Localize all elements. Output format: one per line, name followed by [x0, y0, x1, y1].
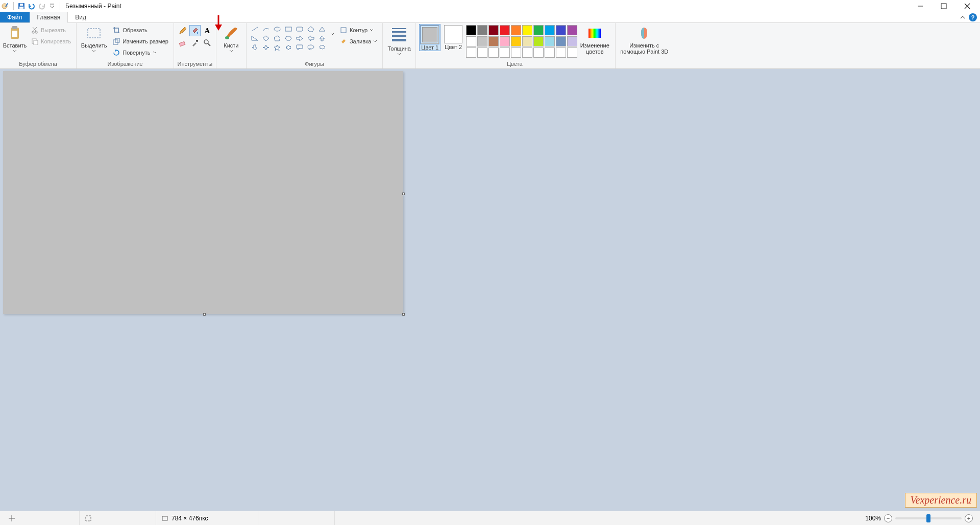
palette-cell[interactable] [522, 47, 532, 58]
palette-cell[interactable] [567, 36, 577, 46]
palette-cell[interactable] [477, 36, 487, 46]
shape-line[interactable] [250, 25, 260, 33]
resize-handle-se[interactable] [402, 313, 405, 316]
shape-arrow-up[interactable] [317, 34, 327, 42]
tab-view[interactable]: Вид [68, 12, 93, 22]
shapes-more[interactable] [329, 24, 335, 44]
ribbon-collapse-icon[interactable] [960, 14, 966, 20]
workspace[interactable] [0, 69, 980, 511]
palette-cell[interactable] [466, 47, 476, 58]
palette-cell[interactable] [500, 25, 510, 35]
palette-cell[interactable] [466, 36, 476, 46]
palette-cell[interactable] [545, 36, 555, 46]
shape-arrow-left[interactable] [306, 34, 316, 42]
pencil-tool[interactable] [177, 25, 188, 36]
watermark: Vexperience.ru [905, 493, 977, 508]
shape-curve[interactable] [261, 25, 271, 33]
fill-icon [339, 37, 348, 45]
zoom-out-button[interactable]: − [884, 514, 892, 522]
edit-colors-button[interactable]: Изменение цветов [579, 24, 610, 55]
select-button[interactable]: Выделить [80, 24, 108, 53]
color1-button[interactable]: Цвет 1 [419, 24, 440, 51]
palette-cell[interactable] [545, 47, 555, 58]
palette-cell[interactable] [567, 47, 577, 58]
shapes-gallery[interactable] [250, 24, 327, 52]
shape-triangle[interactable] [317, 25, 327, 33]
undo-icon[interactable] [27, 2, 36, 11]
palette-cell[interactable] [556, 36, 566, 46]
palette-cell[interactable] [488, 25, 499, 35]
palette-cell[interactable] [488, 36, 499, 46]
shape-callout-cloud[interactable] [317, 43, 327, 52]
palette-cell[interactable] [466, 25, 476, 35]
palette-cell[interactable] [567, 25, 577, 35]
brushes-button[interactable]: Кисти [219, 24, 243, 53]
shape-callout-rect[interactable] [295, 43, 305, 52]
copy-button[interactable]: Копировать [29, 36, 73, 46]
magnifier-tool[interactable] [202, 37, 213, 49]
palette-cell[interactable] [511, 25, 521, 35]
palette-cell[interactable] [545, 25, 555, 35]
group-image: Выделить Обрезать Изменить размер Поверн… [77, 23, 174, 68]
cut-button[interactable]: Вырезать [29, 25, 73, 35]
palette-cell[interactable] [511, 47, 521, 58]
resize-handle-s[interactable] [203, 313, 206, 316]
shape-oval[interactable] [272, 25, 282, 33]
close-button[interactable] [955, 0, 979, 12]
group-shapes: Контур Заливка Фигуры [247, 23, 383, 68]
canvas[interactable] [3, 71, 403, 314]
palette-cell[interactable] [556, 47, 566, 58]
tab-home[interactable]: Главная [30, 12, 68, 23]
palette-cell[interactable] [533, 47, 544, 58]
shape-right-triangle[interactable] [250, 34, 260, 42]
text-tool[interactable]: A [202, 25, 213, 36]
zoom-in-button[interactable]: + [965, 514, 973, 522]
paste-button[interactable]: Вставить [3, 24, 27, 53]
eraser-tool[interactable] [177, 37, 188, 49]
zoom-slider[interactable] [895, 517, 962, 519]
palette-cell[interactable] [522, 36, 532, 46]
palette-cell[interactable] [477, 47, 487, 58]
palette-cell[interactable] [522, 25, 532, 35]
save-icon[interactable] [17, 2, 26, 11]
fillshape-button[interactable]: Заливка [337, 36, 379, 46]
shape-diamond[interactable] [261, 34, 271, 42]
palette-cell[interactable] [500, 36, 510, 46]
shape-4star[interactable] [261, 43, 271, 52]
color2-button[interactable]: Цвет 2 [443, 24, 464, 50]
maximize-button[interactable] [932, 0, 955, 12]
paint3d-button[interactable]: Изменить с помощью Paint 3D [619, 24, 670, 55]
palette-cell[interactable] [533, 25, 544, 35]
picker-tool[interactable] [189, 37, 201, 49]
shape-roundrect[interactable] [295, 25, 305, 33]
shape-rect[interactable] [283, 25, 293, 33]
palette-cell[interactable] [556, 25, 566, 35]
shape-arrow-right[interactable] [295, 34, 305, 42]
shape-arrow-down[interactable] [250, 43, 260, 52]
minimize-button[interactable] [909, 0, 932, 12]
palette-cell[interactable] [488, 47, 499, 58]
palette-cell[interactable] [511, 36, 521, 46]
shape-pentagon[interactable] [272, 34, 282, 42]
crop-button[interactable]: Обрезать [110, 25, 170, 35]
rotate-label: Повернуть [122, 50, 150, 56]
qat-customize-icon[interactable] [47, 2, 57, 11]
svg-marker-34 [274, 36, 280, 41]
resize-button[interactable]: Изменить размер [110, 36, 170, 46]
thickness-button[interactable]: Толщина [386, 24, 412, 56]
help-icon[interactable]: ? [969, 13, 977, 21]
shape-polygon[interactable] [306, 25, 316, 33]
outline-button[interactable]: Контур [337, 25, 379, 35]
tab-file[interactable]: Файл [0, 12, 30, 22]
fill-tool[interactable] [189, 25, 201, 36]
rotate-button[interactable]: Повернуть [110, 47, 170, 58]
palette-cell[interactable] [477, 25, 487, 35]
resize-handle-e[interactable] [402, 193, 405, 195]
shape-hexagon[interactable] [283, 34, 293, 42]
palette-cell[interactable] [533, 36, 544, 46]
shape-5star[interactable] [272, 43, 282, 52]
shape-6star[interactable] [283, 43, 293, 52]
redo-icon[interactable] [37, 2, 46, 11]
palette-cell[interactable] [500, 47, 510, 58]
shape-callout-oval[interactable] [306, 43, 316, 52]
